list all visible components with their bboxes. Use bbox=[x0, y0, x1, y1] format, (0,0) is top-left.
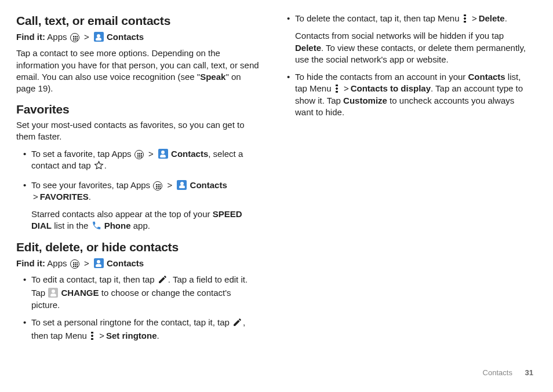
edit-b2-c: . bbox=[157, 331, 159, 340]
breadcrumb-separator: > bbox=[344, 83, 349, 93]
contacts-icon bbox=[94, 258, 104, 268]
list-item: To see your favorites, tap Apps > Contac… bbox=[24, 179, 261, 232]
edit-list: To edit a contact, tap it, then tap . Ta… bbox=[16, 274, 261, 342]
phone-text: Phone bbox=[104, 221, 131, 230]
breadcrumb-separator: > bbox=[99, 331, 104, 340]
page-footer: Contacts 31 bbox=[483, 368, 533, 377]
heading-edit-delete: Edit, delete, or hide contacts bbox=[16, 239, 261, 255]
breadcrumb-separator: > bbox=[148, 149, 154, 159]
list-item: To set a personal ringtone for the conta… bbox=[24, 317, 261, 342]
contacts-text: Contacts bbox=[171, 149, 208, 159]
apps-icon bbox=[70, 33, 79, 42]
favorites-tab: FAVORITES bbox=[40, 192, 89, 202]
contacts-icon bbox=[158, 149, 168, 159]
del-b3-a: To delete the contact, tap it, then tap … bbox=[295, 13, 462, 23]
hide-b4-a: To hide the contacts from an account in … bbox=[295, 72, 468, 82]
delete-text: Delete bbox=[479, 13, 505, 23]
breadcrumb-separator: > bbox=[84, 258, 89, 268]
list-item: To set a favorite, tap Apps > Contacts, … bbox=[24, 148, 261, 174]
pencil-icon bbox=[232, 317, 242, 330]
speak-ref: Speak bbox=[200, 72, 225, 82]
contacts-bold: Contacts bbox=[468, 72, 505, 82]
fav-b2-sub-c: app. bbox=[131, 221, 150, 230]
footer-section: Contacts bbox=[483, 368, 512, 377]
del-b3-c: . bbox=[505, 13, 507, 23]
fav-b1-c: . bbox=[104, 160, 107, 170]
delete-text-2: Delete bbox=[295, 43, 321, 53]
left-column: Call, text, or email contacts Find it: A… bbox=[16, 13, 276, 380]
contacts-icon bbox=[94, 32, 104, 42]
apps-icon bbox=[70, 259, 79, 269]
placeholder-person-icon bbox=[48, 288, 58, 298]
heading-call-text-email: Call, text, or email contacts bbox=[16, 13, 261, 29]
list-item: To delete the contact, tap it, then tap … bbox=[288, 13, 531, 65]
menu-icon bbox=[463, 14, 467, 23]
edit-b1-a: To edit a contact, tap it, then tap bbox=[31, 274, 157, 284]
apps-icon bbox=[134, 150, 144, 159]
del-b3-sub-a: Contacts from social networks will be hi… bbox=[295, 31, 504, 41]
fav-b2-sub-a: Starred contacts also appear at the top … bbox=[31, 209, 213, 219]
customize-text: Customize bbox=[343, 96, 387, 105]
breadcrumb-separator: > bbox=[472, 13, 477, 23]
contacts-text: Contacts bbox=[190, 180, 227, 190]
right-column: To delete the contact, tap it, then tap … bbox=[276, 13, 537, 380]
edit-b2-a: To set a personal ringtone for the conta… bbox=[31, 317, 232, 327]
list-item: To edit a contact, tap it, then tap . Ta… bbox=[24, 274, 261, 311]
sec2-intro: Set your most-used contacts as favorites… bbox=[16, 119, 261, 143]
fav-b1-a: To set a favorite, tap Apps bbox=[31, 149, 134, 159]
contacts-to-display-text: Contacts to display bbox=[351, 83, 431, 93]
change-text: CHANGE bbox=[61, 288, 99, 298]
heading-favorites: Favorites bbox=[16, 101, 261, 118]
manual-page: Call, text, or email contacts Find it: A… bbox=[0, 0, 553, 392]
fav-b2-sub: Starred contacts also appear at the top … bbox=[31, 208, 261, 232]
phone-icon bbox=[92, 221, 101, 230]
del-b3-sub-b: . To view these contacts, or delete them… bbox=[295, 43, 526, 64]
breadcrumb-separator: > bbox=[33, 192, 38, 202]
apps-text: Apps bbox=[47, 32, 67, 42]
breadcrumb-separator: > bbox=[167, 180, 172, 190]
footer-page-number: 31 bbox=[525, 368, 533, 377]
find-it-1: Find it: Apps > Contacts bbox=[16, 30, 261, 44]
period: . bbox=[89, 192, 91, 202]
contacts-icon bbox=[177, 180, 187, 190]
breadcrumb-separator: > bbox=[84, 32, 89, 42]
sec1-paragraph: Tap a contact to see more options. Depen… bbox=[16, 47, 261, 94]
fav-b2-sub-b: list in the bbox=[52, 221, 91, 230]
contacts-text: Contacts bbox=[107, 32, 144, 42]
contacts-text: Contacts bbox=[107, 258, 144, 268]
set-ringtone-text: Set ringtone bbox=[106, 331, 157, 340]
apps-icon bbox=[153, 181, 162, 190]
pencil-icon bbox=[158, 274, 168, 287]
list-item: To hide the contacts from an account in … bbox=[288, 71, 531, 118]
del-b3-sub: Contacts from social networks will be hi… bbox=[295, 30, 531, 65]
apps-text: Apps bbox=[47, 258, 67, 268]
edit-list-continued: To delete the contact, tap it, then tap … bbox=[280, 13, 531, 118]
favorites-list: To set a favorite, tap Apps > Contacts, … bbox=[16, 148, 261, 232]
menu-icon bbox=[90, 331, 94, 340]
fav-b2-a: To see your favorites, tap Apps bbox=[31, 180, 152, 190]
find-it-2: Find it: Apps > Contacts bbox=[16, 257, 261, 270]
menu-icon bbox=[335, 84, 339, 93]
find-it-label: Find it: bbox=[16, 258, 45, 268]
star-icon bbox=[94, 160, 104, 173]
find-it-label: Find it: bbox=[16, 32, 45, 42]
